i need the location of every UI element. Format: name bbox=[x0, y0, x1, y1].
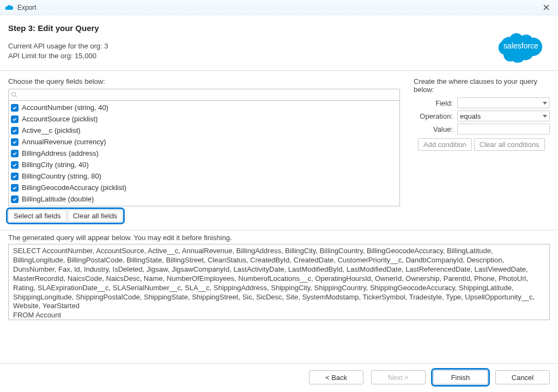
svg-point-1 bbox=[12, 93, 16, 96]
checkbox-icon[interactable] bbox=[11, 161, 19, 169]
finish-button[interactable]: Finish bbox=[433, 370, 488, 384]
clear-all-button[interactable]: Clear all fields bbox=[68, 210, 123, 222]
field-label: BillingLatitude (double) bbox=[22, 195, 94, 203]
field-row[interactable]: AnnualRevenue (currency) bbox=[11, 136, 397, 148]
search-icon bbox=[11, 91, 17, 98]
field-label: BillingAddress (address) bbox=[22, 149, 99, 157]
field-row[interactable]: BillingLatitude (double) bbox=[11, 193, 397, 205]
field-row[interactable]: BillingGeocodeAccuracy (picklist) bbox=[11, 182, 397, 193]
step-title: Step 3: Edit your Query bbox=[8, 23, 550, 33]
select-all-button[interactable]: Select all fields bbox=[8, 210, 66, 222]
footer: < Back Next > Finish Cancel bbox=[0, 363, 558, 392]
checkbox-icon[interactable] bbox=[11, 173, 19, 180]
field-row[interactable]: BillingCountry (string, 80) bbox=[11, 170, 397, 182]
where-field-dropdown[interactable] bbox=[457, 97, 550, 108]
search-input[interactable] bbox=[20, 91, 397, 99]
where-operation-dropdown[interactable]: equals bbox=[457, 111, 550, 121]
generated-query-label: The generated query will appear below. Y… bbox=[0, 234, 558, 242]
titlebar-title: Export bbox=[17, 4, 37, 11]
api-usage-line: Current API usage for the org: 3 bbox=[8, 41, 550, 51]
checkbox-icon[interactable] bbox=[11, 195, 19, 203]
where-operation-label: Operation: bbox=[414, 112, 453, 120]
checkbox-icon[interactable] bbox=[11, 104, 19, 112]
close-icon[interactable] bbox=[538, 0, 554, 15]
query-from: FROM Account bbox=[13, 311, 545, 320]
field-label: BillingCity (string, 40) bbox=[22, 161, 89, 169]
where-value-input[interactable] bbox=[457, 124, 550, 134]
field-label: AccountSource (picklist) bbox=[22, 115, 98, 123]
field-row[interactable]: AccountNumber (string, 40) bbox=[11, 102, 397, 113]
field-label: BillingCountry (string, 80) bbox=[22, 172, 101, 180]
api-limit-line: API Limit for the org: 15,000 bbox=[8, 51, 550, 61]
field-row[interactable]: BillingAddress (address) bbox=[11, 148, 397, 159]
field-label: Active__c (picklist) bbox=[22, 126, 81, 134]
checkbox-icon[interactable] bbox=[11, 115, 19, 123]
next-button: Next > bbox=[371, 370, 426, 384]
checkbox-icon[interactable] bbox=[11, 138, 19, 146]
cloud-icon bbox=[4, 4, 14, 11]
query-textarea[interactable]: SELECT AccountNumber, AccountSource, Act… bbox=[8, 244, 550, 320]
svg-text:salesforce: salesforce bbox=[504, 41, 538, 50]
where-value-label: Value: bbox=[414, 125, 453, 133]
where-operation-value: equals bbox=[460, 112, 481, 120]
chevron-down-icon bbox=[543, 102, 547, 105]
titlebar: Export bbox=[0, 0, 558, 15]
header: Step 3: Edit your Query Current API usag… bbox=[0, 15, 558, 66]
search-box[interactable] bbox=[8, 89, 400, 101]
fields-section-label: Choose the query fields below: bbox=[8, 77, 400, 85]
field-label: AnnualRevenue (currency) bbox=[22, 138, 106, 146]
field-row[interactable]: BillingCity (string, 40) bbox=[11, 159, 397, 170]
field-row[interactable]: AccountSource (picklist) bbox=[11, 113, 397, 125]
checkbox-icon[interactable] bbox=[11, 184, 19, 192]
salesforce-logo: salesforce bbox=[494, 26, 548, 64]
field-label: BillingGeocodeAccuracy (picklist) bbox=[22, 183, 126, 192]
field-row[interactable]: Active__c (picklist) bbox=[11, 125, 397, 136]
where-field-label: Field: bbox=[414, 99, 453, 107]
checkbox-icon[interactable] bbox=[11, 150, 19, 157]
where-section-label: Create the where clauses to your query b… bbox=[414, 77, 550, 94]
checkbox-icon[interactable] bbox=[11, 127, 19, 134]
divider bbox=[0, 230, 558, 230]
chevron-down-icon bbox=[543, 115, 547, 118]
clear-conditions-button[interactable]: Clear all conditions bbox=[474, 138, 545, 151]
fields-list[interactable]: AccountNumber (string, 40)AccountSource … bbox=[8, 101, 400, 206]
back-button[interactable]: < Back bbox=[309, 370, 363, 384]
api-info: Current API usage for the org: 3 API Lim… bbox=[8, 41, 550, 60]
query-select: SELECT AccountNumber, AccountSource, Act… bbox=[13, 247, 545, 311]
add-condition-button[interactable]: Add condition bbox=[418, 138, 472, 151]
cancel-button[interactable]: Cancel bbox=[495, 370, 550, 384]
field-label: AccountNumber (string, 40) bbox=[22, 103, 108, 112]
